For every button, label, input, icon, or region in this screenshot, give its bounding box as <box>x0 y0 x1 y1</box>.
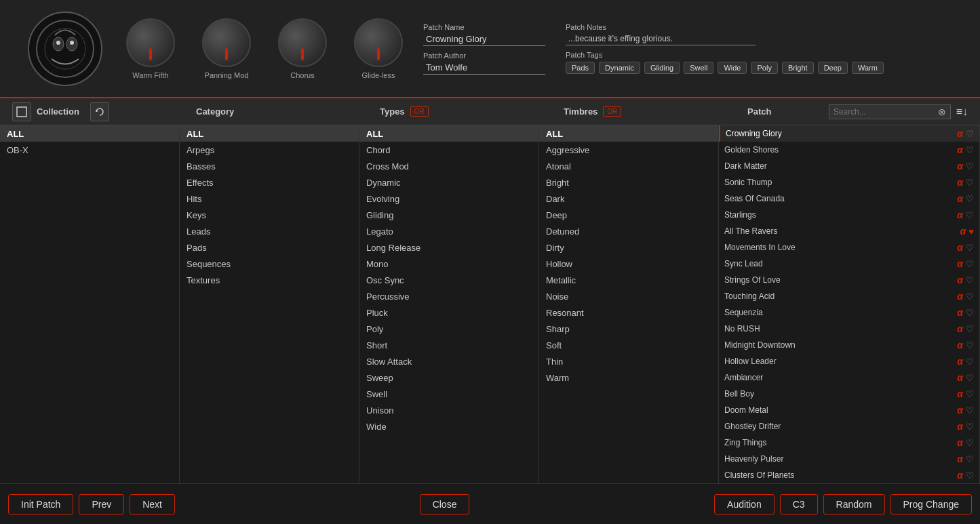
knob-chorus[interactable]: Chorus <box>278 18 327 79</box>
heart-icon[interactable]: ♡ <box>966 389 974 399</box>
knob-warm-fifth[interactable]: Warm Fifth <box>126 18 175 79</box>
types-item[interactable]: Sweep <box>359 369 538 386</box>
types-item[interactable]: Unison <box>359 402 538 418</box>
tag-bright[interactable]: Bright <box>782 62 814 74</box>
tag-wide[interactable]: Wide <box>718 62 747 74</box>
heart-icon[interactable]: ♡ <box>966 161 974 172</box>
tag-deep[interactable]: Deep <box>818 62 848 74</box>
timbres-item[interactable]: Dark <box>539 190 718 207</box>
patch-item[interactable]: Sonic Thumpα♡ <box>719 174 979 190</box>
patch-item[interactable]: Ghostley Drifterα♡ <box>719 418 979 435</box>
knob-chorus-control[interactable] <box>278 18 327 67</box>
category-item[interactable]: Leads <box>180 223 359 239</box>
patch-item[interactable]: Starlingsα♡ <box>719 207 979 223</box>
timbres-item[interactable]: Dirty <box>539 239 718 256</box>
next-button[interactable]: Next <box>130 494 175 515</box>
timbres-item[interactable]: Aggressive <box>539 142 718 158</box>
types-item[interactable]: Slow Attack <box>359 353 538 369</box>
heart-icon[interactable]: ♡ <box>966 308 974 318</box>
heart-icon[interactable]: ♡ <box>966 324 974 334</box>
heart-icon[interactable]: ♡ <box>966 454 974 464</box>
init-patch-button[interactable]: Init Patch <box>8 494 73 515</box>
patch-item[interactable]: Midnight Downtownα♡ <box>719 337 979 353</box>
types-or-badge[interactable]: OR <box>410 106 429 117</box>
prev-button[interactable]: Prev <box>79 494 124 515</box>
heart-icon[interactable]: ♡ <box>966 194 974 204</box>
types-item[interactable]: Cross Mod <box>359 158 538 174</box>
knob-panning-mod[interactable]: Panning Mod <box>202 18 251 79</box>
types-item[interactable]: Poly <box>359 321 538 337</box>
types-item[interactable]: Evolving <box>359 190 538 207</box>
tag-gliding[interactable]: Gliding <box>644 62 680 74</box>
timbres-item[interactable]: Atonal <box>539 158 718 174</box>
heart-icon[interactable]: ♡ <box>966 129 974 139</box>
timbres-item[interactable]: Sharp <box>539 321 718 337</box>
patch-item[interactable]: All The Raversα♥ <box>719 223 979 239</box>
category-item[interactable]: ALL <box>180 125 359 142</box>
patch-item[interactable]: Hollow Leaderα♡ <box>719 353 979 369</box>
tag-swell[interactable]: Swell <box>684 62 713 74</box>
category-item[interactable]: Pads <box>180 239 359 256</box>
heart-icon[interactable]: ♡ <box>966 373 974 383</box>
heart-icon[interactable]: ♥ <box>968 226 974 237</box>
patch-item[interactable]: Doom Metalα♡ <box>719 402 979 418</box>
collection-item[interactable]: OB-X <box>0 142 179 158</box>
prog-change-button[interactable]: Prog Change <box>890 494 973 515</box>
timbres-item[interactable]: Soft <box>539 337 718 353</box>
patch-item[interactable]: Clusters Of Planetsα♡ <box>719 467 979 483</box>
knob-panning-mod-control[interactable] <box>202 18 251 67</box>
patch-item[interactable]: Zing Thingsα♡ <box>719 435 979 451</box>
patch-author-value[interactable]: Tom Wolfe <box>423 61 545 75</box>
patch-notes-value[interactable]: ...because it's effing glorious. <box>566 33 756 45</box>
patch-item[interactable]: Movements In Loveα♡ <box>719 239 979 256</box>
types-item[interactable]: ALL <box>359 125 538 142</box>
types-item[interactable]: Percussive <box>359 288 538 304</box>
tag-warm[interactable]: Warm <box>852 62 884 74</box>
types-item[interactable]: Wide <box>359 418 538 435</box>
tag-poly[interactable]: Poly <box>751 62 777 74</box>
types-item[interactable]: Gliding <box>359 207 538 223</box>
patch-item[interactable]: Heavenly Pulserα♡ <box>719 451 979 467</box>
tag-dynamic[interactable]: Dynamic <box>599 62 640 74</box>
timbres-item[interactable]: Deep <box>539 207 718 223</box>
types-item[interactable]: Osc Sync <box>359 272 538 288</box>
category-item[interactable]: Arpegs <box>180 142 359 158</box>
patch-item[interactable]: Dark Matterα♡ <box>719 158 979 174</box>
patch-item[interactable]: Golden Shoresα♡ <box>719 142 979 158</box>
timbres-item[interactable]: Bright <box>539 174 718 190</box>
heart-icon[interactable]: ♡ <box>966 357 974 367</box>
category-item[interactable]: Sequences <box>180 256 359 272</box>
timbres-item[interactable]: Thin <box>539 353 718 369</box>
knob-glide-less[interactable]: Glide-less <box>354 18 403 79</box>
knob-glide-less-control[interactable] <box>354 18 403 67</box>
heart-icon[interactable]: ♡ <box>966 291 974 302</box>
patch-item[interactable]: Seas Of Canadaα♡ <box>719 190 979 207</box>
collection-item[interactable]: ALL <box>0 125 179 142</box>
types-item[interactable]: Swell <box>359 386 538 402</box>
types-item[interactable]: Short <box>359 337 538 353</box>
patch-item[interactable]: Touching Acidα♡ <box>719 288 979 304</box>
sort-icon[interactable]: ≡↓ <box>956 106 968 118</box>
category-item[interactable]: Basses <box>180 158 359 174</box>
timbres-or-badge[interactable]: OR <box>603 106 621 117</box>
category-item[interactable]: Effects <box>180 174 359 190</box>
heart-icon[interactable]: ♡ <box>966 438 974 448</box>
category-item[interactable]: Keys <box>180 207 359 223</box>
collection-icon-btn[interactable] <box>12 102 31 121</box>
category-item[interactable]: Hits <box>180 190 359 207</box>
timbres-item[interactable]: Warm <box>539 369 718 386</box>
patch-item[interactable]: Sync Leadα♡ <box>719 256 979 272</box>
timbres-item[interactable]: ALL <box>539 125 718 142</box>
c3-button[interactable]: C3 <box>780 494 818 515</box>
heart-icon[interactable]: ♡ <box>966 145 974 155</box>
types-item[interactable]: Dynamic <box>359 174 538 190</box>
search-clear-icon[interactable]: ⊗ <box>938 106 946 117</box>
heart-icon[interactable]: ♡ <box>966 243 974 253</box>
types-item[interactable]: Legato <box>359 223 538 239</box>
random-button[interactable]: Random <box>823 494 885 515</box>
patch-item[interactable]: No RUSHα♡ <box>719 321 979 337</box>
close-button[interactable]: Close <box>420 494 470 515</box>
heart-icon[interactable]: ♡ <box>966 275 974 285</box>
heart-icon[interactable]: ♡ <box>966 210 974 220</box>
heart-icon[interactable]: ♡ <box>966 178 974 188</box>
